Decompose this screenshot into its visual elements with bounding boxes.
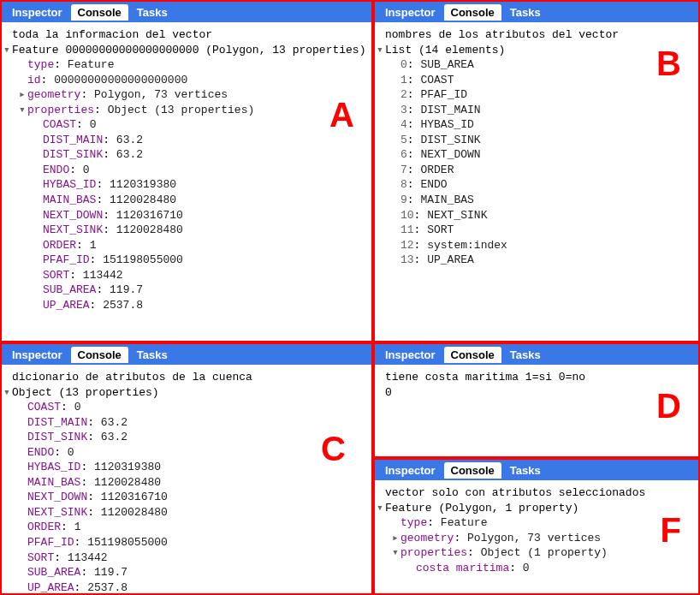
list-item: 11: SORT — [385, 223, 695, 238]
log-message: vector solo con atributos seleccionados — [385, 485, 695, 501]
tab-console[interactable]: Console — [444, 347, 501, 363]
feature-type: type: Feature — [12, 57, 368, 73]
list-item: 10: NEXT_SINK — [385, 208, 695, 223]
property-row: SUB_AREA: 119.7 — [12, 283, 368, 298]
list-item: 7: ORDER — [385, 163, 695, 178]
caret-down-icon[interactable]: ▾ — [392, 545, 400, 561]
property-row: NEXT_SINK: 1120028480 — [12, 505, 368, 521]
list-item: 2: PFAF_ID — [385, 87, 695, 103]
tab-console[interactable]: Console — [444, 462, 501, 479]
console-output: vector solo con atributos seleccionados … — [375, 480, 698, 580]
tab-bar: Inspector Console Tasks — [375, 344, 698, 365]
list-item: 8: ENDO — [385, 177, 695, 193]
tab-console[interactable]: Console — [71, 347, 128, 363]
feature-header[interactable]: ▾Feature 00000000000000000000 (Polygon, … — [12, 43, 368, 58]
tab-console[interactable]: Console — [71, 4, 128, 21]
feature-type: type: Feature — [385, 515, 695, 531]
property-row: MAIN_BAS: 1120028480 — [12, 475, 368, 491]
tab-tasks[interactable]: Tasks — [130, 347, 175, 363]
log-message: nombres de los atributos del vector — [385, 27, 695, 43]
console-output: toda la informacion del vector ▾Feature … — [2, 22, 371, 318]
feature-properties[interactable]: ▾properties: Object (1 property) — [385, 545, 695, 561]
caret-down-icon[interactable]: ▾ — [377, 43, 385, 58]
property-row: NEXT_SINK: 1120028480 — [12, 223, 368, 238]
property-row: UP_AREA: 2537.8 — [12, 298, 368, 313]
tab-bar: Inspector Console Tasks — [375, 460, 698, 480]
property-row: SORT: 113442 — [12, 550, 368, 566]
caret-down-icon[interactable]: ▾ — [377, 501, 385, 516]
feature-geometry[interactable]: ▸geometry: Polygon, 73 vertices — [12, 87, 368, 103]
property-row: ENDO: 0 — [12, 163, 368, 178]
property-row: NEXT_DOWN: 1120316710 — [12, 208, 368, 223]
tab-tasks[interactable]: Tasks — [130, 4, 175, 21]
console-panel-d: Inspector Console Tasks tiene costa mari… — [373, 342, 700, 458]
list-item: 12: system:index — [385, 238, 695, 253]
property-row: ORDER: 1 — [12, 238, 368, 253]
list-item: 13: UP_AREA — [385, 253, 695, 268]
tab-inspector[interactable]: Inspector — [378, 462, 442, 479]
list-header[interactable]: ▾List (14 elements) — [385, 43, 695, 58]
console-panel-b: Inspector Console Tasks nombres de los a… — [373, 0, 700, 342]
tab-inspector[interactable]: Inspector — [5, 347, 69, 363]
list-item: 3: DIST_MAIN — [385, 103, 695, 118]
property-row: PFAF_ID: 151198055000 — [12, 253, 368, 268]
property-row: DIST_MAIN: 63.2 — [12, 415, 368, 431]
feature-geometry[interactable]: ▸geometry: Polygon, 73 vertices — [385, 531, 695, 546]
log-message: dicionario de atributos de la cuenca — [12, 370, 368, 385]
log-message: tiene costa maritima 1=si 0=no — [385, 370, 695, 385]
console-panel-c: Inspector Console Tasks dicionario de at… — [0, 342, 373, 595]
tab-bar: Inspector Console Tasks — [375, 2, 698, 22]
tab-tasks[interactable]: Tasks — [503, 462, 548, 479]
console-output: tiene costa maritima 1=si 0=no 0 — [375, 365, 698, 405]
list-item: 5: DIST_SINK — [385, 133, 695, 148]
tab-bar: Inspector Console Tasks — [2, 2, 371, 22]
property-row: DIST_SINK: 63.2 — [12, 430, 368, 445]
property-row: ORDER: 1 — [12, 520, 368, 535]
caret-down-icon[interactable]: ▾ — [3, 385, 12, 401]
console-output: dicionario de atributos de la cuenca ▾Ob… — [2, 365, 371, 595]
property-row: MAIN_BAS: 1120028480 — [12, 193, 368, 208]
property-row: SUB_AREA: 119.7 — [12, 565, 368, 580]
list-item: 1: COAST — [385, 73, 695, 88]
log-value: 0 — [385, 385, 695, 401]
caret-down-icon[interactable]: ▾ — [19, 103, 27, 118]
property-row: DIST_MAIN: 63.2 — [12, 133, 368, 148]
caret-down-icon[interactable]: ▾ — [3, 43, 12, 58]
caret-right-icon[interactable]: ▸ — [392, 531, 400, 546]
property-row: COAST: 0 — [12, 117, 368, 133]
object-header[interactable]: ▾Object (13 properties) — [12, 385, 368, 401]
property-row: COAST: 0 — [12, 400, 368, 415]
property-row: ENDO: 0 — [12, 445, 368, 461]
property-row: DIST_SINK: 63.2 — [12, 147, 368, 163]
console-panel-f: Inspector Console Tasks vector solo con … — [373, 458, 700, 595]
feature-properties[interactable]: ▾properties: Object (13 properties) — [12, 103, 368, 118]
property-row: costa maritima: 0 — [385, 561, 695, 576]
tab-inspector[interactable]: Inspector — [378, 4, 442, 21]
tab-inspector[interactable]: Inspector — [378, 347, 442, 363]
property-row: PFAF_ID: 151198055000 — [12, 535, 368, 550]
log-message: toda la informacion del vector — [12, 27, 368, 43]
tab-console[interactable]: Console — [444, 4, 501, 21]
console-panel-a: Inspector Console Tasks toda la informac… — [0, 0, 373, 342]
list-item: 4: HYBAS_ID — [385, 117, 695, 133]
property-row: HYBAS_ID: 1120319380 — [12, 177, 368, 193]
property-row: HYBAS_ID: 1120319380 — [12, 460, 368, 475]
feature-id: id: 00000000000000000000 — [12, 73, 368, 88]
property-row: UP_AREA: 2537.8 — [12, 580, 368, 595]
console-output: nombres de los atributos del vector ▾Lis… — [375, 22, 698, 273]
tab-tasks[interactable]: Tasks — [503, 4, 548, 21]
list-item: 0: SUB_AREA — [385, 57, 695, 73]
tab-inspector[interactable]: Inspector — [5, 4, 69, 21]
tab-tasks[interactable]: Tasks — [503, 347, 548, 363]
list-item: 6: NEXT_DOWN — [385, 147, 695, 163]
property-row: NEXT_DOWN: 1120316710 — [12, 490, 368, 505]
tab-bar: Inspector Console Tasks — [2, 344, 371, 365]
list-item: 9: MAIN_BAS — [385, 193, 695, 208]
feature-header[interactable]: ▾Feature (Polygon, 1 property) — [385, 501, 695, 516]
caret-right-icon[interactable]: ▸ — [19, 87, 27, 103]
property-row: SORT: 113442 — [12, 268, 368, 283]
